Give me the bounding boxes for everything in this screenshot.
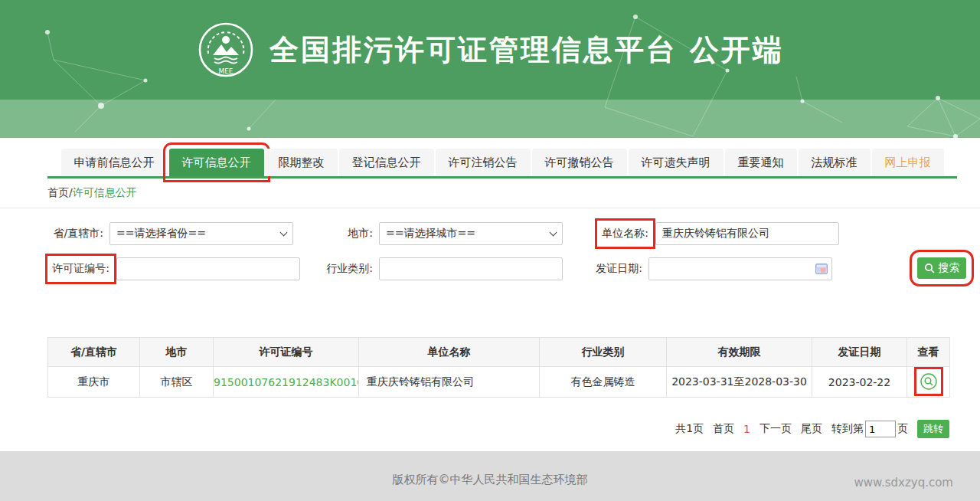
breadcrumb-current: 许可信息公开 xyxy=(73,186,137,198)
table-header-row: 省/直辖市 地市 许可证编号 单位名称 行业类别 有效期限 发证日期 查看 xyxy=(48,338,950,367)
current-page-link[interactable]: 1 xyxy=(743,423,750,435)
header-band xyxy=(0,100,980,138)
chevron-down-icon xyxy=(280,229,288,237)
form-row-1: 省/直辖市: ==请选择省份== 地市: ==请选择城市== 单位名称: xyxy=(31,222,980,245)
search-form: 省/直辖市: ==请选择省份== 地市: ==请选择城市== 单位名称: xyxy=(0,208,980,306)
tab-permit-loss-statement[interactable]: 许可遗失声明 xyxy=(629,149,724,176)
tab-permit-cancellation-notice[interactable]: 许可注销公告 xyxy=(436,149,531,176)
issue-date-input[interactable] xyxy=(648,257,832,280)
mee-logo-icon: MEE xyxy=(196,20,256,80)
tab-online-declaration[interactable]: 网上申报 xyxy=(872,149,944,176)
province-field-group: 省/直辖市: ==请选择省份== xyxy=(31,222,300,245)
table-row: 重庆市 市辖区 91500107621912483K001Q 重庆庆铃铸铝有限公… xyxy=(48,367,950,398)
city-label: 地市: xyxy=(300,227,373,241)
main-nav: 申请前信息公开 许可信息公开 限期整改 登记信息公开 许可注销公告 许可撤销公告… xyxy=(47,149,957,178)
col-header-city: 地市 xyxy=(140,338,214,367)
city-select[interactable]: ==请选择城市== xyxy=(379,222,563,245)
cell-company: 重庆庆铃铸铝有限公司 xyxy=(359,367,540,398)
industry-input[interactable] xyxy=(379,257,563,280)
cell-validity: 2023-03-31至2028-03-30 xyxy=(667,367,812,398)
view-permit-button[interactable] xyxy=(920,372,938,391)
city-field-group: 地市: ==请选择城市== xyxy=(300,222,570,245)
company-field-group: 单位名称: xyxy=(570,222,839,245)
brand: MEE 全国排污许可证管理信息平台 公开端 xyxy=(0,0,980,100)
search-button-label: 搜索 xyxy=(939,261,960,275)
issue-date-field-group: 发证日期: xyxy=(570,257,839,280)
company-name-label: 单位名称: xyxy=(601,224,649,243)
tab-permit-info-disclosure[interactable]: 许可信息公开 xyxy=(169,149,264,176)
page: MEE 全国排污许可证管理信息平台 公开端 申请前信息公开 许可信息公开 限期整… xyxy=(0,0,980,501)
col-header-industry: 行业类别 xyxy=(540,338,667,367)
company-name-input[interactable] xyxy=(655,222,839,245)
magnifier-view-icon xyxy=(920,373,937,390)
industry-label: 行业类别: xyxy=(300,262,373,276)
site-title: 全国排污许可证管理信息平台 公开端 xyxy=(270,31,784,70)
chevron-down-icon xyxy=(550,229,557,237)
industry-field-group: 行业类别: xyxy=(300,257,570,280)
cell-province: 重庆市 xyxy=(48,367,140,398)
province-select[interactable]: ==请选择省份== xyxy=(109,222,293,245)
cell-industry: 有色金属铸造 xyxy=(540,367,667,398)
last-page-link[interactable]: 尾页 xyxy=(801,422,822,436)
form-row-2: 许可证编号: 行业类别: 发证日期: xyxy=(31,257,980,280)
pagination: 共1页 首页 1 下一页 尾页 转到第 页 跳转 xyxy=(0,419,949,439)
first-page-link[interactable]: 首页 xyxy=(713,422,734,436)
site-url: www.sdxzyq.com xyxy=(854,476,954,490)
permit-no-input[interactable] xyxy=(116,257,300,280)
col-header-issue-date: 发证日期 xyxy=(812,338,907,367)
breadcrumb: 首页/许可信息公开 xyxy=(47,186,980,201)
col-header-company: 单位名称 xyxy=(359,338,540,367)
results-table-wrap: 省/直辖市 地市 许可证编号 单位名称 行业类别 有效期限 发证日期 查看 重庆… xyxy=(47,337,980,398)
col-header-validity: 有效期限 xyxy=(667,338,812,367)
province-label: 省/直辖市: xyxy=(31,227,103,241)
tab-permit-revocation-notice[interactable]: 许可撤销公告 xyxy=(532,149,627,176)
search-button[interactable]: 搜索 xyxy=(917,257,966,279)
page-footer: 版权所有©中华人民共和国生态环境部 www.sdxzyq.com xyxy=(0,451,980,501)
issue-date-label: 发证日期: xyxy=(570,262,642,276)
calendar-icon[interactable] xyxy=(815,264,828,274)
permit-number-link[interactable]: 91500107621912483K001Q xyxy=(214,376,359,388)
site-header: MEE 全国排污许可证管理信息平台 公开端 xyxy=(0,0,980,100)
tab-pre-application-info[interactable]: 申请前信息公开 xyxy=(61,149,168,176)
col-header-permit-no: 许可证编号 xyxy=(214,338,359,367)
col-header-view: 查看 xyxy=(907,338,950,367)
search-icon xyxy=(924,263,935,273)
goto-prefix: 转到第 xyxy=(831,422,864,436)
next-page-link[interactable]: 下一页 xyxy=(760,422,792,436)
goto-page-input[interactable] xyxy=(865,421,896,437)
tab-registration-info[interactable]: 登记信息公开 xyxy=(339,149,434,176)
goto-page-group: 转到第 页 xyxy=(831,421,908,437)
svg-text:MEE: MEE xyxy=(218,67,233,75)
tab-deadline-rectification[interactable]: 限期整改 xyxy=(266,149,338,176)
issue-date-field xyxy=(648,257,832,280)
cell-issue-date: 2023-02-22 xyxy=(812,367,907,398)
province-select-value: ==请选择省份== xyxy=(116,227,206,241)
copyright-text: 版权所有©中华人民共和国生态环境部 xyxy=(0,451,980,487)
permit-no-label: 许可证编号: xyxy=(51,260,110,278)
goto-suffix: 页 xyxy=(897,422,908,436)
city-select-value: ==请选择城市== xyxy=(386,227,475,241)
page-total: 共1页 xyxy=(675,422,704,436)
cell-city: 市辖区 xyxy=(140,367,214,398)
tab-regulations-standards[interactable]: 法规标准 xyxy=(799,149,871,176)
tab-important-notice[interactable]: 重要通知 xyxy=(725,149,797,176)
jump-button[interactable]: 跳转 xyxy=(917,420,949,438)
permit-no-field-group: 许可证编号: xyxy=(31,257,300,280)
results-table: 省/直辖市 地市 许可证编号 单位名称 行业类别 有效期限 发证日期 查看 重庆… xyxy=(47,337,950,398)
breadcrumb-home-link[interactable]: 首页 xyxy=(47,186,69,198)
col-header-province: 省/直辖市 xyxy=(48,338,140,367)
